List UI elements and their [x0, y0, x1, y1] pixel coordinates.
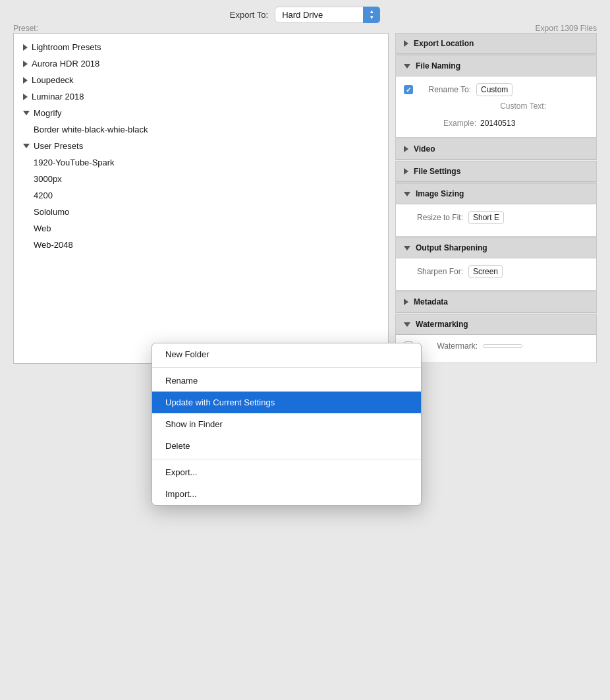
context-menu-update-settings[interactable]: Update with Current Settings [152, 392, 421, 413]
expand-icon [404, 322, 410, 327]
context-menu-delete[interactable]: Delete [152, 435, 421, 457]
top-bar: Export To: Hard Drive Email CD/DVD FTP ▲… [0, 0, 610, 23]
tree-item-label: Loupedeck [32, 75, 74, 85]
expand-icon [404, 40, 408, 47]
labels-row: Preset: Export 1309 Files [0, 23, 610, 33]
example-value: 20140513 [480, 119, 515, 128]
context-menu-item-label: Rename [165, 376, 198, 386]
section-title: Export Location [414, 39, 474, 48]
tree-item-lightroom-presets[interactable]: Lightroom Presets [14, 39, 388, 55]
example-label: Example: [417, 119, 476, 128]
tree-item-loupedeck[interactable]: Loupedeck [14, 72, 388, 88]
section-title: File Settings [414, 167, 460, 176]
collapse-icon [23, 77, 28, 84]
tree-item-label: Sololumo [34, 207, 69, 217]
rename-to-label: Rename To: [418, 85, 471, 94]
context-menu-item-label: Show in Finder [165, 419, 223, 429]
sharpen-for-label: Sharpen For: [404, 267, 463, 276]
context-menu-export[interactable]: Export... [152, 461, 421, 483]
section-title: Image Sizing [416, 189, 464, 198]
context-menu-new-folder[interactable]: New Folder [152, 343, 421, 365]
collapse-icon [23, 94, 28, 100]
export-to-label: Export To: [230, 10, 268, 20]
export-to-select[interactable]: Hard Drive Email CD/DVD FTP [275, 7, 380, 23]
context-menu-item-label: Delete [165, 441, 190, 451]
collapse-icon [23, 44, 28, 51]
tree-item-label: User Presets [34, 141, 83, 151]
resize-to-fit-row: Resize to Fit: Short E [404, 211, 588, 224]
section-title: Watermarking [416, 320, 468, 329]
section-watermarking-header[interactable]: Watermarking [396, 314, 596, 335]
section-video-header[interactable]: Video [396, 139, 596, 160]
context-menu-rename[interactable]: Rename [152, 370, 421, 392]
watermark-value[interactable] [483, 344, 522, 348]
resize-to-fit-label: Resize to Fit: [404, 213, 463, 222]
section-image-sizing-body: Resize to Fit: Short E [396, 204, 596, 236]
section-metadata-header[interactable]: Metadata [396, 292, 596, 312]
tree-item-label: Web [34, 223, 51, 233]
resize-to-fit-value[interactable]: Short E [468, 211, 504, 224]
watermark-label: Watermark: [418, 341, 478, 351]
tree-item-label: 3000px [34, 174, 62, 184]
tree-item-mogrify[interactable]: Mogrify [14, 105, 388, 121]
context-menu-item-label: Update with Current Settings [165, 397, 275, 407]
tree-item-label: Border white-black-whie-black [34, 125, 148, 134]
sharpen-for-value[interactable]: Screen [468, 265, 503, 278]
section-output-sharpening-header[interactable]: Output Sharpening [396, 238, 596, 258]
tree-item-aurora-hdr[interactable]: Aurora HDR 2018 [14, 55, 388, 72]
context-menu-item-label: New Folder [165, 349, 209, 359]
section-metadata: Metadata [395, 291, 597, 313]
expand-icon [23, 111, 30, 115]
section-output-sharpening-body: Sharpen For: Screen [396, 258, 596, 290]
tree-item-label: Lightroom Presets [32, 42, 101, 52]
expand-icon [404, 299, 408, 305]
export-select-wrapper: Hard Drive Email CD/DVD FTP ▲ ▼ [275, 7, 380, 23]
expand-icon [404, 192, 410, 196]
rename-to-row: Rename To: Custom [404, 83, 588, 96]
panels-row: Lightroom Presets Aurora HDR 2018 Louped… [0, 33, 610, 364]
section-file-naming-body: Rename To: Custom Custom Text: Example: … [396, 76, 596, 137]
collapse-icon [23, 61, 28, 67]
section-title: File Naming [416, 61, 460, 71]
tree-item-user-presets[interactable]: User Presets [14, 138, 388, 154]
section-file-settings-header[interactable]: File Settings [396, 161, 596, 182]
context-menu-import[interactable]: Import... [152, 483, 421, 505]
section-title: Output Sharpening [416, 243, 487, 252]
tree-item-web-2048[interactable]: Web-2048 [14, 237, 388, 253]
context-menu-item-label: Import... [165, 489, 197, 499]
section-watermarking-body: Watermark: [396, 335, 596, 363]
tree-item-sololumo[interactable]: Sololumo [14, 204, 388, 220]
tree-item-label: 4200 [34, 190, 53, 200]
section-export-location-header[interactable]: Export Location [396, 34, 596, 54]
tree-item-4200[interactable]: 4200 [14, 187, 388, 204]
tree-item-border-white-black[interactable]: Border white-black-whie-black [14, 121, 388, 138]
expand-icon [404, 168, 408, 175]
tree-item-web[interactable]: Web [14, 220, 388, 237]
tree-item-label: Mogrify [34, 108, 62, 118]
section-watermarking: Watermarking Watermark: [395, 314, 597, 363]
tree-item-label: Web-2048 [34, 240, 73, 250]
rename-to-checkbox[interactable] [404, 85, 413, 94]
expand-icon [404, 64, 410, 69]
right-panel: Export Location File Naming Rename To: C… [389, 33, 603, 364]
section-output-sharpening: Output Sharpening Sharpen For: Screen [395, 237, 597, 291]
expand-icon [404, 146, 408, 152]
section-file-settings: File Settings [395, 161, 597, 183]
tree-item-1920-youtube[interactable]: 1920-YouTube-Spark [14, 154, 388, 171]
section-export-location: Export Location [395, 33, 597, 55]
rename-to-value[interactable]: Custom [476, 83, 513, 96]
expand-icon [404, 246, 410, 250]
context-menu-divider-2 [152, 459, 421, 459]
section-file-naming: File Naming Rename To: Custom Custom Tex… [395, 55, 597, 138]
section-title: Metadata [414, 297, 448, 306]
custom-text-row: Custom Text: [404, 102, 588, 111]
tree-item-label: Aurora HDR 2018 [32, 59, 99, 69]
tree-item-luminar-2018[interactable]: Luminar 2018 [14, 88, 388, 105]
section-image-sizing: Image Sizing Resize to Fit: Short E [395, 183, 597, 237]
section-file-naming-header[interactable]: File Naming [396, 56, 596, 76]
section-image-sizing-header[interactable]: Image Sizing [396, 184, 596, 204]
example-row: Example: 20140513 [404, 116, 588, 131]
tree-item-3000px[interactable]: 3000px [14, 171, 388, 187]
context-menu-show-in-finder[interactable]: Show in Finder [152, 413, 421, 435]
context-menu: New Folder Rename Update with Current Se… [152, 343, 422, 506]
